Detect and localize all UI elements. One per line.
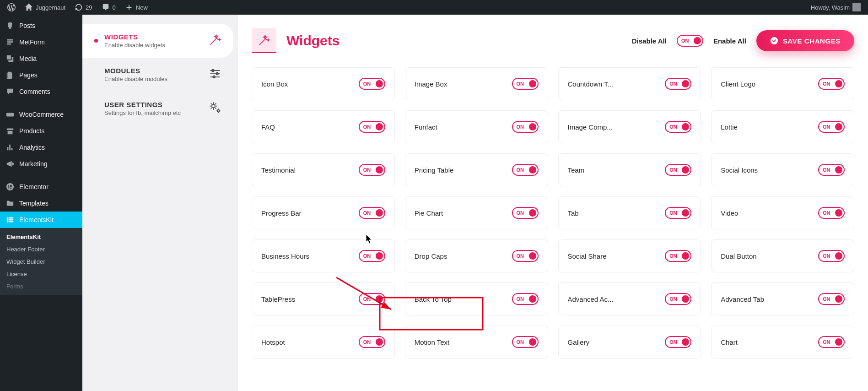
toggle-label: ON bbox=[820, 124, 830, 130]
widget-toggle[interactable]: ON bbox=[359, 250, 385, 262]
widget-card: Dual ButtonON bbox=[711, 239, 854, 272]
widget-toggle[interactable]: ON bbox=[512, 121, 539, 133]
sidebar-item-comments[interactable]: Comments bbox=[0, 83, 82, 100]
enable-all-link[interactable]: Enable All bbox=[713, 37, 746, 45]
toggle-label: ON bbox=[820, 210, 830, 216]
submenu-license[interactable]: License bbox=[0, 268, 82, 280]
widget-toggle[interactable]: ON bbox=[818, 121, 845, 133]
avatar bbox=[852, 3, 861, 11]
widget-toggle[interactable]: ON bbox=[818, 336, 845, 348]
svg-rect-6 bbox=[7, 217, 9, 223]
site-home-link[interactable]: Juggernaut bbox=[21, 0, 69, 15]
sidebar-item-label: Templates bbox=[19, 200, 49, 207]
svg-rect-2 bbox=[8, 185, 9, 188]
toggle-knob bbox=[529, 209, 536, 217]
panel-icon bbox=[252, 28, 276, 53]
toggle-label: ON bbox=[667, 81, 677, 87]
widget-card: Progress BarON bbox=[252, 196, 395, 229]
new-content-link[interactable]: New bbox=[121, 0, 151, 15]
widget-toggle[interactable]: ON bbox=[665, 336, 691, 348]
sidebar-item-pages[interactable]: Pages bbox=[0, 67, 82, 83]
widget-card: Pie ChartON bbox=[405, 196, 548, 229]
widget-toggle[interactable]: ON bbox=[359, 78, 385, 90]
settings-tabs: WIDGETS Enable disable widgets MODULES E… bbox=[82, 15, 238, 391]
widget-toggle[interactable]: ON bbox=[818, 207, 845, 219]
widget-toggle[interactable]: ON bbox=[359, 336, 385, 348]
widget-name: Dual Button bbox=[721, 252, 756, 260]
widget-name: Team bbox=[568, 166, 585, 174]
sidebar-item-marketing[interactable]: Marketing bbox=[0, 156, 82, 172]
toggle-knob bbox=[376, 209, 383, 217]
howdy-user[interactable]: Howdy, Wasim bbox=[807, 0, 864, 15]
toggle-label: ON bbox=[667, 210, 677, 216]
widget-toggle[interactable]: ON bbox=[359, 121, 385, 133]
sidebar-item-media[interactable]: Media bbox=[0, 50, 82, 67]
toggle-label: ON bbox=[667, 124, 677, 130]
widget-toggle[interactable]: ON bbox=[665, 293, 691, 305]
widget-card: LottieON bbox=[711, 110, 854, 143]
toggle-knob bbox=[835, 295, 842, 303]
widget-toggle[interactable]: ON bbox=[512, 250, 539, 262]
sidebar-item-templates[interactable]: Templates bbox=[0, 195, 82, 212]
tab-modules[interactable]: MODULES Enable disable modules bbox=[82, 58, 233, 92]
widget-toggle[interactable]: ON bbox=[818, 293, 845, 305]
widget-toggle[interactable]: ON bbox=[512, 336, 539, 348]
save-button[interactable]: SAVE CHANGES bbox=[756, 30, 854, 51]
updates-link[interactable]: 29 bbox=[71, 0, 96, 15]
widget-toggle[interactable]: ON bbox=[512, 207, 539, 219]
widget-toggle[interactable]: ON bbox=[818, 164, 845, 176]
widget-toggle[interactable]: ON bbox=[665, 250, 691, 262]
toggle-label: ON bbox=[514, 296, 524, 302]
toggle-knob bbox=[835, 338, 842, 346]
toggle-knob bbox=[376, 123, 383, 130]
tab-user-settings[interactable]: USER SETTINGS Settings for fb, mailchimp… bbox=[82, 92, 233, 125]
widget-name: Tab bbox=[568, 209, 579, 217]
wand-icon bbox=[209, 33, 221, 48]
sidebar-item-label: ElementsKit bbox=[19, 216, 54, 223]
panel-title: Widgets bbox=[286, 33, 340, 49]
toggle-label: ON bbox=[820, 296, 830, 302]
site-name: Juggernaut bbox=[36, 4, 65, 11]
sidebar-item-elementor[interactable]: Elementor bbox=[0, 179, 82, 195]
master-toggle[interactable]: ON bbox=[677, 35, 703, 47]
widget-toggle[interactable]: ON bbox=[665, 164, 691, 176]
toggle-knob bbox=[682, 338, 689, 346]
widget-toggle[interactable]: ON bbox=[818, 250, 845, 262]
comments-link[interactable]: 0 bbox=[98, 0, 119, 15]
sidebar-item-label: MetForm bbox=[19, 38, 45, 46]
sidebar-item-elementskit[interactable]: ElementsKit bbox=[0, 212, 82, 228]
sidebar-item-posts[interactable]: Posts bbox=[0, 17, 82, 34]
submenu-widget-builder[interactable]: Widget Builder bbox=[0, 255, 82, 268]
sidebar-item-analytics[interactable]: Analytics bbox=[0, 139, 82, 156]
widget-toggle[interactable]: ON bbox=[818, 78, 845, 90]
sidebar-item-label: Media bbox=[19, 55, 37, 62]
disable-all-link[interactable]: Disable All bbox=[632, 37, 667, 45]
toggle-label: ON bbox=[361, 167, 371, 173]
widget-toggle[interactable]: ON bbox=[665, 78, 691, 90]
toggle-label: ON bbox=[514, 210, 524, 216]
widget-toggle[interactable]: ON bbox=[512, 293, 539, 305]
widget-card: HotspotON bbox=[252, 326, 395, 358]
sidebar-item-products[interactable]: Products bbox=[0, 123, 82, 139]
widget-toggle[interactable]: ON bbox=[512, 78, 539, 90]
tab-widgets[interactable]: WIDGETS Enable disable widgets bbox=[82, 24, 233, 58]
widget-toggle[interactable]: ON bbox=[512, 164, 539, 176]
svg-rect-4 bbox=[10, 186, 12, 187]
toggle-knob bbox=[694, 37, 701, 44]
submenu-header-footer[interactable]: Header Footer bbox=[0, 243, 82, 255]
wp-logo[interactable] bbox=[4, 0, 19, 15]
sidebar-item-metform[interactable]: MetForm bbox=[0, 34, 82, 50]
toggle-knob bbox=[835, 209, 842, 217]
toggle-knob bbox=[835, 252, 842, 260]
widget-toggle[interactable]: ON bbox=[665, 121, 691, 133]
sidebar-item-woocommerce[interactable]: WooCommerce bbox=[0, 106, 82, 123]
toggle-knob bbox=[529, 80, 536, 87]
submenu-elementskit[interactable]: ElementsKit bbox=[0, 231, 82, 243]
submenu-forms[interactable]: Forms bbox=[0, 280, 82, 293]
comment-icon bbox=[5, 87, 15, 96]
widget-card: TablePressON bbox=[252, 282, 395, 315]
widget-toggle[interactable]: ON bbox=[359, 164, 385, 176]
widget-toggle[interactable]: ON bbox=[665, 207, 691, 219]
widget-toggle[interactable]: ON bbox=[359, 207, 385, 219]
widget-toggle[interactable]: ON bbox=[359, 293, 385, 305]
